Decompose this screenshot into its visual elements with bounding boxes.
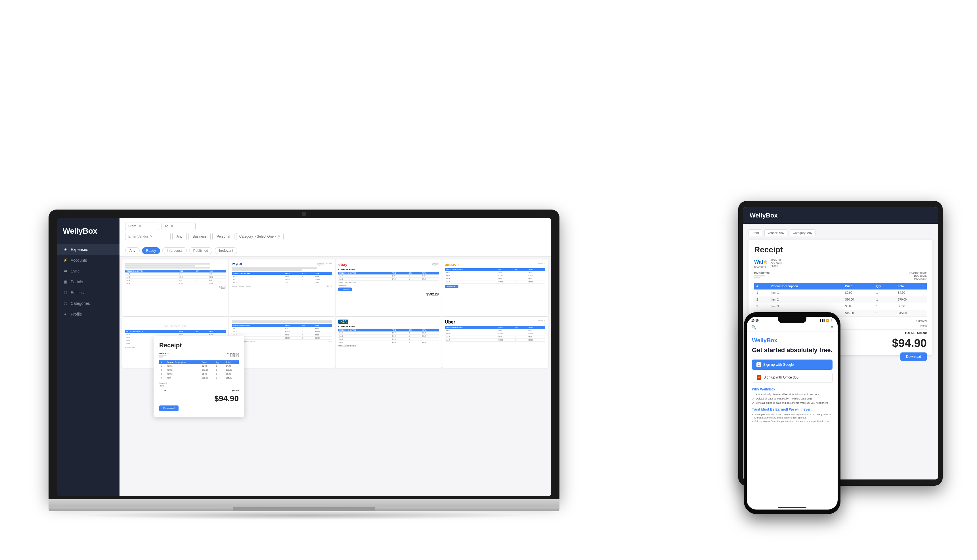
laptop: WellyBox ◈ Expenses ⚡ Accounts ⇄ xyxy=(49,210,559,511)
laptop-bezel: WellyBox ◈ Expenses ⚡ Accounts ⇄ xyxy=(49,210,559,499)
bullet-icon-3: • xyxy=(752,420,753,422)
amazon-download-btn[interactable]: Download xyxy=(445,285,458,288)
laptop-device: WellyBox ◈ Expenses ⚡ Accounts ⇄ xyxy=(49,210,559,520)
tablet-invoice-num: INVOICE # xyxy=(909,277,927,280)
status-filters: Any Ready In process Published Irrelevan… xyxy=(119,245,551,257)
tablet-invoice-to: INVOICE TO: xyxy=(754,272,770,275)
tablet-category-filter[interactable]: Category: Any xyxy=(790,229,815,236)
from-clear-btn[interactable]: ✕ xyxy=(139,224,141,228)
feature-label-1: Automatically discover all receipts & in… xyxy=(756,393,820,396)
paypal-brand: PayPal xyxy=(232,262,242,266)
trust-item-1: • Share your data with a third party or … xyxy=(752,413,833,416)
receipt-card-paypal[interactable]: PayPal Invoice No: City, StateCity, Town xyxy=(229,260,335,316)
table-row: 2Item 2$70.001$70.00 xyxy=(159,368,239,372)
sidebar-item-expenses[interactable]: ◈ Expenses xyxy=(57,244,119,255)
invoice-to-label: INVOICE TO: xyxy=(159,352,170,354)
trust-label-3: Sell any data or Store it anywhere other… xyxy=(754,420,831,422)
receipt-card-uber[interactable]: Uber Created by PRODUCT DESCRIPTIONPRICE… xyxy=(442,317,549,368)
bullet-icon-2: • xyxy=(752,417,753,419)
vendor-clear-btn[interactable]: ✕ xyxy=(150,235,153,238)
total-value: $94.90 xyxy=(232,389,239,392)
portals-icon: ▣ xyxy=(63,279,68,284)
phone-headline: Get started absolutely free. xyxy=(752,347,833,354)
ebay-total: $592.28 xyxy=(338,292,439,296)
sidebar-item-profile[interactable]: ● Profile xyxy=(57,309,119,320)
col-desc: Product Description xyxy=(166,360,201,364)
ebay-download-btn[interactable]: Download xyxy=(338,288,352,291)
tablet-total-value: $94.90 xyxy=(917,331,927,335)
laptop-base xyxy=(49,499,559,507)
from-input[interactable]: From ✕ xyxy=(125,223,159,230)
receipt-card-lines[interactable]: PRODUCT DESCRIPTIONPRICEQTYTOTAL Item 1$… xyxy=(229,317,335,368)
phone-search-icon[interactable]: 🔍 xyxy=(751,325,756,330)
categories-icon: ◎ xyxy=(63,301,68,306)
sidebar-nav: ◈ Expenses ⚡ Accounts ⇄ Sync xyxy=(57,244,119,490)
check-icon-2: ✓ xyxy=(752,397,754,400)
feature-item-1: ✓ Automatically discover all receipts & … xyxy=(752,393,833,396)
app-main: From ✕ To ✕ Enter Vendor xyxy=(119,218,551,496)
laptop-screen: WellyBox ◈ Expenses ⚡ Accounts ⇄ xyxy=(57,218,551,496)
category-select[interactable]: Category - Select One - ✕ xyxy=(236,233,284,240)
taxes-row: Taxes xyxy=(159,385,239,387)
vendor-input[interactable]: Enter Vendor ✕ xyxy=(125,233,171,240)
phone-device: 10:10 ▐▐▐ 📶 🔋 🔍 ≡ WellyBox Get started a… xyxy=(744,312,840,514)
signup-google-btn[interactable]: G Sign up with Google xyxy=(752,360,833,370)
status-published-btn[interactable]: Published xyxy=(189,247,212,254)
filter-business-btn[interactable]: Business xyxy=(189,233,211,240)
col-qty: Qty xyxy=(214,360,224,364)
tablet-download-btn[interactable]: Download xyxy=(900,352,927,361)
tablet-vendor-filter[interactable]: Vendor: Any xyxy=(765,229,787,236)
receipt-card-1[interactable]: PRODUCT DESCRIPTIONPRICEQTYTOTAL Item 1$… xyxy=(122,260,229,316)
phone-menu-icon[interactable]: ≡ xyxy=(831,325,833,330)
invoice-date-label: INVOICE DATE xyxy=(227,352,239,354)
featured-download-btn[interactable]: Download xyxy=(159,405,179,411)
trust-title: Trust Must Be Earned! We will never: xyxy=(752,407,833,412)
col-total: Total xyxy=(224,360,239,364)
tcol-num: # xyxy=(754,283,769,290)
check-icon-1: ✓ xyxy=(752,393,754,396)
table-row: 3Item 3$5.001$5.00 xyxy=(754,303,927,310)
status-any-btn[interactable]: Any xyxy=(125,247,140,254)
signup-office-btn[interactable]: O Sign up with Office 365 xyxy=(752,372,833,383)
sidebar-item-portals[interactable]: ▣ Portals xyxy=(57,277,119,287)
featured-receipt-card: Receipt INVOICE TO: INVOICE DATE xyxy=(154,336,244,417)
subtotal-row: Subtotal xyxy=(159,382,239,384)
laptop-hinge xyxy=(233,507,375,511)
to-clear-btn[interactable]: ✕ xyxy=(171,224,173,228)
filter-personal-btn[interactable]: Personal xyxy=(212,233,234,240)
featured-invoice-header: INVOICE TO: INVOICE DATE DUE DATE INVOIC… xyxy=(159,352,239,358)
status-inprocess-btn[interactable]: In process xyxy=(162,247,186,254)
amazon-brand: amazon xyxy=(445,262,459,267)
subtotal-label: Subtotal xyxy=(159,382,167,384)
trust-item-3: • Sell any data or Store it anywhere oth… xyxy=(752,420,833,422)
sidebar-item-sync[interactable]: ⇄ Sync xyxy=(57,266,119,277)
phone-home-bar xyxy=(778,507,806,508)
sidebar-logo: WellyBox xyxy=(57,227,119,244)
status-ready-btn[interactable]: Ready xyxy=(142,247,161,254)
invoice-num-label: INVOICE # xyxy=(227,356,239,358)
laptop-shadow xyxy=(74,511,534,520)
signup-office-label: Sign up with Office 365 xyxy=(764,375,798,379)
invoice-meta: 315 N. Al City, Town Phone xyxy=(770,259,782,268)
phone-home-indicator xyxy=(747,501,838,510)
sidebar-item-categories[interactable]: ◎ Categories xyxy=(57,298,119,309)
receipt-card-amazon[interactable]: amazon Created by PRODUCT DESCRIPTIONPRI… xyxy=(442,260,549,316)
status-irrelevant-btn[interactable]: Irrelevant xyxy=(214,247,237,254)
battery-icon: 🔋 xyxy=(830,319,833,322)
receipt-card-ebay[interactable]: ebay Invoice No:City, State COMPANY NAME… xyxy=(336,260,442,316)
vendor-placeholder: Enter Vendor xyxy=(128,235,148,238)
filter-any-btn[interactable]: Any xyxy=(172,233,187,240)
tablet-from-filter[interactable]: From xyxy=(748,229,762,236)
tcol-price: Price xyxy=(843,283,874,290)
sidebar-item-entities[interactable]: ⬡ Entities xyxy=(57,287,119,298)
phone-screen: 10:10 ▐▐▐ 📶 🔋 🔍 ≡ WellyBox Get started a… xyxy=(747,317,838,510)
why-wellybox-title: Why WellyBox xyxy=(752,387,833,391)
category-value: - Select One - xyxy=(254,235,276,238)
receipt-card-ikea[interactable]: IKEA COMPANY NAME PRODUCT DESCRIPTIONPRI… xyxy=(336,317,442,368)
category-clear-btn[interactable]: ✕ xyxy=(278,235,281,238)
app-toolbar: From ✕ To ✕ Enter Vendor xyxy=(119,218,551,245)
phone-content: WellyBox Get started absolutely free. G … xyxy=(747,332,838,501)
phone-status-icons: ▐▐▐ 📶 🔋 xyxy=(819,319,833,322)
to-input[interactable]: To ✕ xyxy=(162,223,196,230)
sidebar-item-accounts[interactable]: ⚡ Accounts xyxy=(57,255,119,266)
